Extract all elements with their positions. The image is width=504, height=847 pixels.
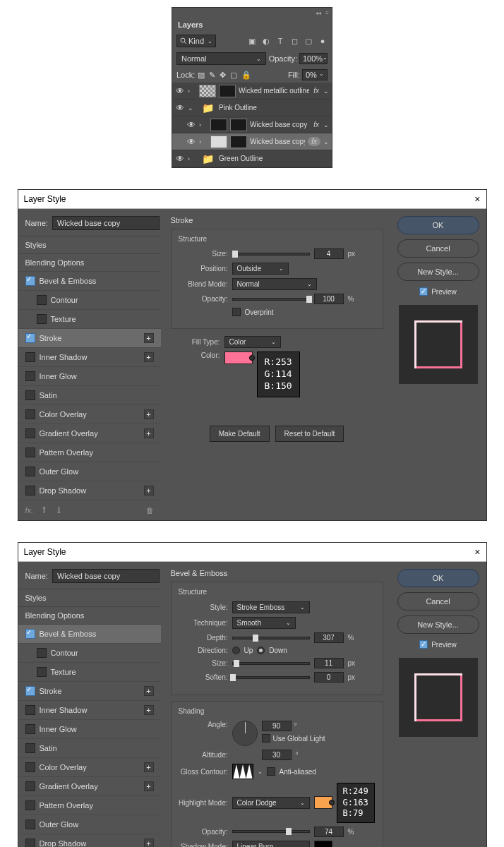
fx-indicator[interactable]: fx	[312, 121, 320, 128]
soften-slider[interactable]	[232, 676, 310, 679]
shadow-color-swatch[interactable]	[314, 841, 332, 847]
global-light-checkbox[interactable]	[262, 734, 270, 743]
style-inner-shadow[interactable]: Inner Shadow+	[18, 348, 161, 367]
menu-icon[interactable]: ≡	[325, 10, 329, 16]
soften-input[interactable]	[314, 672, 344, 683]
layer-item[interactable]: 👁 › Wicked base copy 2 fx ⌄	[172, 116, 332, 133]
fx-indicator[interactable]: fx	[312, 87, 320, 95]
angle-control[interactable]	[232, 721, 258, 746]
size-input[interactable]	[314, 248, 344, 259]
style-color-overlay[interactable]: Color Overlay+	[18, 405, 161, 424]
angle-input[interactable]	[262, 721, 292, 731]
shadow-mode-dropdown[interactable]: Linear Burn⌄	[232, 841, 310, 847]
style-inner-glow[interactable]: Inner Glow	[18, 367, 161, 386]
style-color-overlay[interactable]: Color Overlay+	[18, 758, 161, 777]
highlight-opacity-slider[interactable]	[232, 830, 310, 833]
style-pattern-overlay[interactable]: Pattern Overlay	[18, 796, 161, 815]
opacity-value-input[interactable]: 100%⌄	[299, 53, 328, 64]
add-icon[interactable]: +	[144, 352, 154, 362]
expand-icon[interactable]: ›	[199, 121, 208, 128]
visibility-icon[interactable]: 👁	[175, 154, 185, 164]
add-icon[interactable]: +	[144, 839, 154, 847]
overprint-checkbox[interactable]	[232, 308, 241, 316]
reset-default-button[interactable]: Reset to Default	[275, 426, 344, 442]
new-style-button[interactable]: New Style...	[397, 615, 479, 634]
style-contour[interactable]: Contour	[18, 644, 161, 663]
visibility-icon[interactable]: 👁	[175, 86, 185, 96]
preview-checkbox[interactable]	[419, 287, 428, 296]
add-icon[interactable]: +	[144, 705, 154, 715]
position-dropdown[interactable]: Outside⌄	[232, 263, 289, 275]
style-bevel-emboss[interactable]: Bevel & Emboss	[18, 625, 161, 644]
style-stroke[interactable]: Stroke+	[18, 329, 161, 348]
style-outer-glow[interactable]: Outer Glow	[18, 815, 161, 834]
style-inner-glow[interactable]: Inner Glow	[18, 720, 161, 739]
style-bevel-emboss[interactable]: Bevel & Emboss	[18, 272, 161, 291]
style-texture[interactable]: Texture	[18, 663, 161, 682]
expand-icon[interactable]: ›	[199, 138, 208, 145]
blend-mode-dropdown[interactable]: Normal⌄	[176, 52, 266, 65]
close-icon[interactable]: ×	[474, 546, 480, 558]
highlight-opacity-input[interactable]	[314, 827, 344, 837]
opacity-slider[interactable]	[232, 298, 310, 301]
filter-type-icon[interactable]: T	[275, 36, 285, 46]
blend-mode-dropdown[interactable]: Normal⌄	[232, 278, 317, 290]
layer-thumb[interactable]	[219, 85, 236, 97]
layer-group-item[interactable]: 👁 ⌄ 📁 Pink Outline	[172, 100, 332, 116]
ok-button[interactable]: OK	[397, 569, 479, 587]
move-up-icon[interactable]: 🠕	[40, 506, 48, 515]
fx-indicator[interactable]: fx	[308, 137, 320, 146]
fx-menu-icon[interactable]: fx.	[25, 506, 34, 515]
layer-group-item[interactable]: 👁 › 📁 Green Outline	[172, 150, 332, 167]
expand-icon[interactable]: ›	[188, 155, 196, 162]
add-icon[interactable]: +	[144, 781, 154, 791]
layer-name-input[interactable]	[52, 569, 160, 583]
altitude-input[interactable]	[262, 750, 292, 760]
add-icon[interactable]: +	[144, 486, 154, 495]
depth-input[interactable]	[314, 632, 344, 643]
add-icon[interactable]: +	[144, 409, 154, 419]
layer-thumb[interactable]	[210, 119, 227, 131]
close-icon[interactable]: ×	[474, 193, 480, 205]
lock-all-icon[interactable]: 🔒	[241, 71, 251, 80]
visibility-icon[interactable]: 👁	[186, 137, 196, 147]
trash-icon[interactable]: 🗑	[146, 506, 154, 515]
fill-type-dropdown[interactable]: Color⌄	[224, 336, 281, 348]
visibility-icon[interactable]: 👁	[175, 103, 185, 113]
move-down-icon[interactable]: 🠗	[55, 506, 63, 515]
ok-button[interactable]: OK	[397, 216, 479, 234]
lock-transparent-icon[interactable]: ▨	[198, 71, 205, 80]
add-icon[interactable]: +	[144, 686, 154, 696]
lock-brush-icon[interactable]: ✎	[209, 71, 215, 80]
style-satin[interactable]: Satin	[18, 739, 161, 758]
style-blending-options[interactable]: Blending Options	[18, 607, 161, 625]
size-slider[interactable]	[232, 253, 310, 256]
collapse-icon[interactable]: ◂◂	[316, 10, 321, 16]
add-icon[interactable]: +	[144, 762, 154, 772]
filter-adjust-icon[interactable]: ◐	[261, 36, 271, 46]
fx-expand-icon[interactable]: ⌄	[323, 88, 329, 95]
new-style-button[interactable]: New Style...	[397, 263, 479, 281]
add-icon[interactable]: +	[144, 333, 154, 343]
style-dropdown[interactable]: Stroke Emboss⌄	[232, 601, 310, 613]
opacity-input[interactable]	[314, 294, 344, 304]
direction-up-radio[interactable]	[232, 647, 240, 654]
layer-thumb[interactable]	[230, 136, 247, 148]
layer-item[interactable]: 👁 › Wicked metallic outline fx ⌄	[172, 83, 332, 100]
cancel-button[interactable]: Cancel	[397, 592, 479, 611]
filter-toggle-icon[interactable]: ●	[318, 36, 328, 46]
layer-item-selected[interactable]: 👁 › Wicked base copy fx ⌄	[172, 133, 332, 150]
color-swatch[interactable]	[224, 352, 253, 364]
filter-shape-icon[interactable]: ◻	[289, 36, 299, 46]
size-input[interactable]	[314, 658, 344, 668]
add-icon[interactable]: +	[144, 428, 154, 438]
lock-position-icon[interactable]: ✥	[220, 71, 226, 80]
style-satin[interactable]: Satin	[18, 386, 161, 405]
style-blending-options[interactable]: Blending Options	[18, 254, 161, 272]
style-texture[interactable]: Texture	[18, 310, 161, 329]
style-drop-shadow[interactable]: Drop Shadow+	[18, 481, 161, 500]
make-default-button[interactable]: Make Default	[210, 426, 270, 442]
anti-aliased-checkbox[interactable]	[267, 767, 275, 776]
depth-slider[interactable]	[232, 637, 310, 639]
styles-header[interactable]: Styles	[18, 589, 161, 607]
